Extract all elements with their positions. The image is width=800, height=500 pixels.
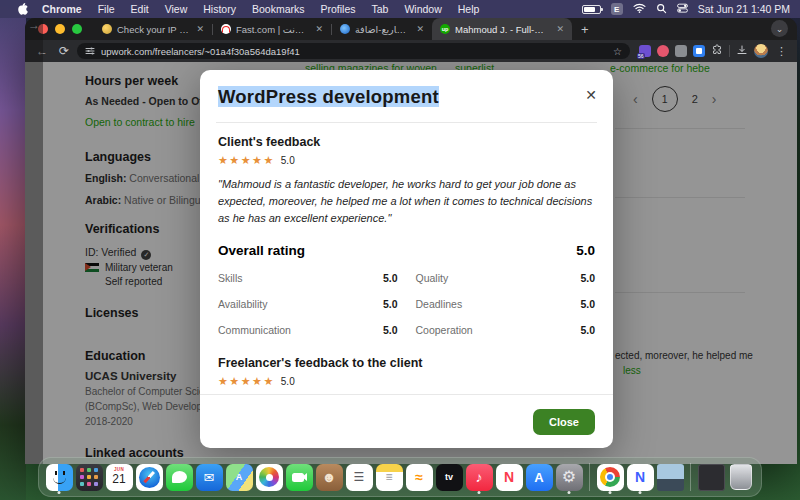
menu-item-profiles[interactable]: Profiles — [312, 3, 363, 15]
menu-item-tab[interactable]: Tab — [363, 3, 396, 15]
menu-item-window[interactable]: Window — [396, 3, 449, 15]
reload-button[interactable]: ⟳ — [55, 44, 73, 58]
battery-icon — [582, 5, 601, 14]
bookmark-star-icon[interactable]: ☆ — [613, 46, 622, 57]
apple-menu-icon[interactable] — [18, 3, 28, 15]
rating-value: 5.0 — [364, 324, 398, 336]
rating-label: Deadlines — [416, 298, 562, 310]
rating-value: 5.0 — [561, 272, 595, 284]
dock-music-icon[interactable]: ♪ — [466, 464, 493, 491]
extensions-puzzle-icon[interactable] — [711, 42, 723, 60]
dock-nordvpn-icon[interactable]: N — [627, 464, 654, 491]
dock-divider — [589, 463, 590, 491]
rating-value: 5.0 — [561, 324, 595, 336]
dock-calendar-icon[interactable]: JUN21 — [106, 464, 133, 491]
macos-dock: JUN21✉A☻☰≡≈tv♪NA⚙N — [38, 457, 762, 497]
dock-window-preview-icon[interactable] — [657, 464, 684, 491]
freelancer-feedback-stars: ★★★★★ 5.0 — [218, 375, 595, 388]
dock-photos-icon[interactable] — [256, 464, 283, 491]
dock-trash-icon[interactable] — [728, 464, 755, 491]
dock-minimized-window-icon[interactable] — [698, 464, 725, 491]
menu-item-help[interactable]: Help — [450, 3, 488, 15]
running-indicator-dot — [609, 491, 612, 494]
extension-icon-grey[interactable] — [675, 45, 687, 57]
menu-item-file[interactable]: File — [90, 3, 123, 15]
profile-avatar[interactable] — [754, 44, 768, 58]
input-source-icon[interactable]: E — [611, 3, 623, 15]
tab-close-icon[interactable]: ✕ — [554, 24, 566, 34]
dock-contacts-icon[interactable]: ☻ — [316, 464, 343, 491]
extension-icon-purple[interactable]: 56 — [639, 45, 651, 57]
tab-fast-com[interactable]: Fast.com | اختبار سرعة الإنترنت ✕ — [213, 18, 331, 40]
running-indicator-dot — [568, 491, 571, 494]
menu-item-chrome[interactable]: Chrome — [34, 3, 90, 15]
myip-favicon — [102, 24, 112, 34]
wifi-icon[interactable] — [633, 3, 646, 15]
client-rating-value: 5.0 — [281, 155, 295, 166]
running-indicator-dot — [58, 491, 61, 494]
rating-label: Communication — [218, 324, 364, 336]
tab-strip: Check your IP address | MyIP ✕ Fast.com … — [25, 18, 797, 40]
control-center-icon[interactable] — [677, 3, 688, 15]
dock-chrome-icon[interactable] — [597, 464, 624, 491]
dock-news-icon[interactable]: N — [496, 464, 523, 491]
chrome-window: Check your IP address | MyIP ✕ Fast.com … — [25, 18, 797, 464]
running-indicator-dot — [478, 491, 481, 494]
new-tab-button[interactable]: + — [572, 22, 598, 37]
tab-overflow-chevron-icon[interactable]: ⌄ — [771, 20, 788, 37]
dock-apple-tv-icon[interactable]: tv — [436, 464, 463, 491]
dock-launchpad-icon[interactable] — [76, 464, 103, 491]
menu-items-container: ChromeFileEditViewHistoryBookmarksProfil… — [34, 3, 487, 15]
tab-close-icon[interactable]: ✕ — [194, 24, 206, 34]
dock-system-settings-icon[interactable]: ⚙ — [556, 464, 583, 491]
dock-mail-icon[interactable]: ✉ — [196, 464, 223, 491]
running-indicator-dot — [639, 491, 642, 494]
page-viewport: selling magazines for woven superlist e-… — [25, 62, 797, 464]
menu-bar-clock[interactable]: Sat Jun 21 1:40 PM — [698, 3, 790, 15]
address-bar[interactable]: upwork.com/freelancers/~01a4f30a564da19f… — [77, 43, 630, 59]
tab-close-icon[interactable]: ✕ — [313, 24, 325, 34]
spotlight-search-icon[interactable] — [656, 3, 667, 16]
client-feedback-heading: Client's feedback — [218, 135, 595, 149]
window-minimize-button[interactable] — [55, 24, 65, 34]
chrome-menu-icon[interactable]: ⋮ — [774, 45, 789, 58]
dock-maps-icon[interactable]: A — [226, 464, 253, 491]
modal-close-icon[interactable]: ✕ — [585, 88, 597, 102]
modal-footer: Close — [200, 394, 613, 448]
rating-value: 5.0 — [364, 298, 398, 310]
tab-projects[interactable]: مشاريع-اضافة ✕ — [332, 18, 432, 40]
star-icons: ★★★★★ — [218, 154, 275, 167]
overall-rating-row: Overall rating 5.0 — [218, 243, 595, 258]
tab-upwork-profile[interactable]: up Mahmoud J. - Full-Stack Wel ✕ — [432, 18, 572, 40]
extension-icon-blue[interactable] — [693, 45, 705, 57]
window-zoom-button[interactable] — [72, 24, 82, 34]
dock-app-store-icon[interactable]: A — [526, 464, 553, 491]
dock-stocks-icon[interactable]: ≈ — [406, 464, 433, 491]
fast-favicon — [221, 24, 231, 34]
menu-item-view[interactable]: View — [157, 3, 196, 15]
dock-reminders-icon[interactable]: ☰ — [346, 464, 373, 491]
downloads-icon[interactable] — [736, 42, 748, 60]
menu-item-history[interactable]: History — [195, 3, 244, 15]
client-feedback-quote: "Mahmoud is a fantastic developer, he wo… — [218, 176, 606, 227]
close-button[interactable]: Close — [533, 409, 595, 435]
dock-safari-icon[interactable] — [136, 464, 163, 491]
site-settings-icon[interactable] — [85, 42, 95, 60]
menu-item-bookmarks[interactable]: Bookmarks — [244, 3, 313, 15]
tab-check-ip[interactable]: Check your IP address | MyIP ✕ — [94, 18, 212, 40]
rating-value: 5.0 — [364, 272, 398, 284]
ratings-grid: Skills5.0Quality5.0Availability5.0Deadli… — [218, 272, 595, 336]
dock-facetime-icon[interactable] — [286, 464, 313, 491]
menu-item-edit[interactable]: Edit — [123, 3, 157, 15]
extension-icon-pink[interactable] — [657, 45, 669, 57]
freelancer-rating-value: 5.0 — [281, 376, 295, 387]
dock-finder-icon[interactable] — [46, 464, 73, 491]
dock-notes-icon[interactable]: ≡ — [376, 464, 403, 491]
rating-label: Quality — [416, 272, 562, 284]
overall-rating-label: Overall rating — [218, 243, 305, 258]
browser-toolbar: ← → ⟳ upwork.com/freelancers/~01a4f30a56… — [25, 40, 797, 62]
client-feedback-stars: ★★★★★ 5.0 — [218, 154, 595, 167]
tab-close-icon[interactable]: ✕ — [414, 24, 426, 34]
projects-favicon — [340, 24, 350, 34]
dock-messages-icon[interactable] — [166, 464, 193, 491]
